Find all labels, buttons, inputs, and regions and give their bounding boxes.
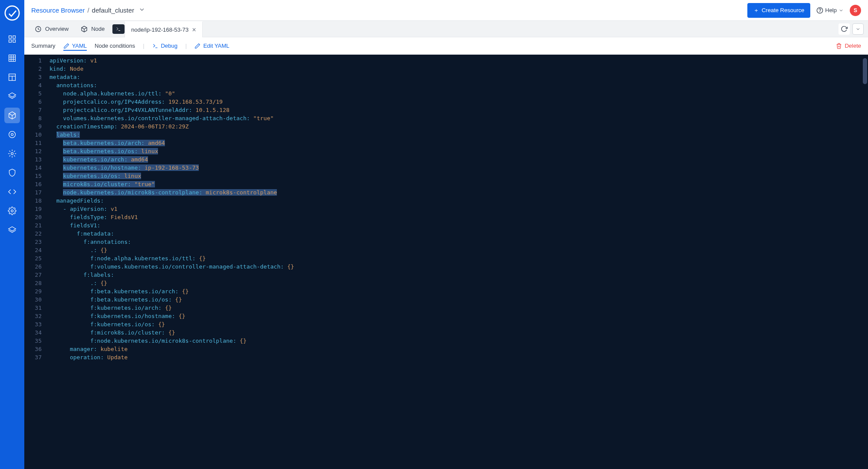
editor-code[interactable]: apiVersion: v1kind: Nodemetadata: annota… xyxy=(46,55,868,469)
subtab-conditions[interactable]: Node conditions xyxy=(95,41,135,51)
tab-overview[interactable]: Overview xyxy=(29,21,75,37)
nav-cube-icon[interactable] xyxy=(4,108,20,123)
svg-point-18 xyxy=(11,210,13,212)
dropdown-button[interactable] xyxy=(852,23,864,35)
left-sidebar xyxy=(0,0,24,469)
svg-rect-4 xyxy=(13,40,16,43)
separator: | xyxy=(185,43,187,49)
svg-marker-13 xyxy=(9,93,16,97)
subtab-yaml-label: YAML xyxy=(72,43,87,49)
chevron-down-icon[interactable] xyxy=(138,6,145,14)
subtab-edit-yaml[interactable]: Edit YAML xyxy=(194,41,229,51)
avatar[interactable]: S xyxy=(850,5,861,16)
svg-point-0 xyxy=(5,6,19,20)
nav-target-icon[interactable] xyxy=(4,127,20,142)
close-icon[interactable]: × xyxy=(192,26,196,33)
subtab-debug-label: Debug xyxy=(161,43,178,49)
subtab-summary[interactable]: Summary xyxy=(31,41,56,51)
separator: | xyxy=(143,43,144,49)
breadcrumb-root[interactable]: Resource Browser xyxy=(31,7,85,14)
editor-gutter: 1234567891011121314151617181920212223242… xyxy=(24,55,46,469)
terminal-icon xyxy=(152,43,158,49)
overview-icon xyxy=(35,26,42,33)
delete-label: Delete xyxy=(845,43,861,49)
tab-node[interactable]: Node xyxy=(75,21,111,37)
subtab-yaml[interactable]: YAML xyxy=(63,41,87,51)
tab-active-label: node/ip-192-168-53-73 xyxy=(131,26,188,33)
nav-grid-icon[interactable] xyxy=(4,50,20,66)
trash-icon xyxy=(836,43,842,49)
nav-settings-icon[interactable] xyxy=(4,146,20,161)
yaml-editor[interactable]: 1234567891011121314151617181920212223242… xyxy=(24,55,868,469)
topbar: Resource Browser / default_cluster ＋ Cre… xyxy=(24,0,868,21)
svg-marker-19 xyxy=(9,227,16,231)
svg-rect-3 xyxy=(9,40,12,43)
nav-apps-icon[interactable] xyxy=(4,31,20,47)
tabs-row: Overview Node node/ip-192-168-53-73 × xyxy=(24,21,868,37)
cube-icon xyxy=(81,26,88,33)
breadcrumb: Resource Browser / default_cluster xyxy=(31,6,145,14)
nav-code-icon[interactable] xyxy=(4,184,20,200)
help-button[interactable]: Help xyxy=(816,7,844,14)
nav-gear-icon[interactable] xyxy=(4,203,20,219)
subtabs: Summary YAML Node conditions | Debug | E… xyxy=(24,37,868,55)
svg-rect-1 xyxy=(9,36,12,39)
svg-point-16 xyxy=(11,134,13,136)
create-resource-button[interactable]: ＋ Create Resource xyxy=(747,3,810,18)
terminal-tab-button[interactable] xyxy=(112,24,125,34)
breadcrumb-sep: / xyxy=(87,7,89,14)
pencil-icon xyxy=(194,43,201,49)
svg-rect-5 xyxy=(9,55,16,62)
app-logo[interactable] xyxy=(4,5,20,21)
nav-stack-icon[interactable] xyxy=(4,89,20,104)
help-icon xyxy=(816,7,823,14)
svg-rect-2 xyxy=(13,36,16,39)
refresh-button[interactable] xyxy=(838,23,850,35)
chevron-down-icon xyxy=(838,8,844,13)
breadcrumb-current[interactable]: default_cluster xyxy=(92,7,135,14)
nav-shield-icon[interactable] xyxy=(4,165,20,180)
svg-point-17 xyxy=(11,153,13,155)
nav-layers-icon[interactable] xyxy=(4,222,20,238)
pencil-icon xyxy=(63,43,69,49)
tab-overview-label: Overview xyxy=(45,26,69,32)
delete-button[interactable]: Delete xyxy=(836,43,861,49)
subtab-debug[interactable]: Debug xyxy=(152,41,178,51)
plus-icon: ＋ xyxy=(753,7,759,14)
svg-point-15 xyxy=(9,131,16,138)
tab-node-label: Node xyxy=(91,26,105,32)
tab-node-detail[interactable]: node/ip-192-168-53-73 × xyxy=(125,21,203,37)
svg-point-21 xyxy=(820,12,820,12)
nav-window-icon[interactable] xyxy=(4,69,20,85)
subtab-edit-label: Edit YAML xyxy=(203,43,229,49)
help-label: Help xyxy=(825,7,837,13)
create-resource-label: Create Resource xyxy=(762,7,804,13)
scrollbar-thumb[interactable] xyxy=(863,58,867,84)
